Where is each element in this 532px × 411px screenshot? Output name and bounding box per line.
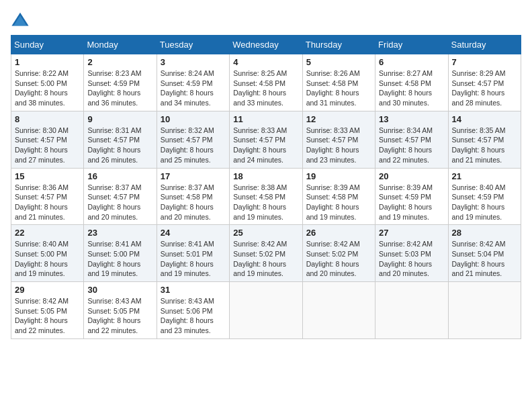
calendar-cell: [375, 282, 448, 339]
day-number: 29: [15, 285, 80, 295]
day-number: 30: [87, 285, 152, 295]
calendar-header-row: SundayMondayTuesdayWednesdayThursdayFrid…: [11, 36, 521, 54]
day-number: 25: [233, 228, 298, 238]
calendar-cell: 26Sunrise: 8:42 AMSunset: 5:02 PMDayligh…: [302, 225, 375, 282]
day-number: 1: [15, 57, 80, 67]
calendar-cell: 30Sunrise: 8:43 AMSunset: 5:05 PMDayligh…: [84, 282, 157, 339]
day-info: Sunrise: 8:43 AMSunset: 5:06 PMDaylight:…: [161, 296, 226, 336]
day-info: Sunrise: 8:31 AMSunset: 4:57 PMDaylight:…: [87, 126, 152, 165]
day-info: Sunrise: 8:41 AMSunset: 5:00 PMDaylight:…: [87, 239, 152, 279]
day-info: Sunrise: 8:27 AMSunset: 4:58 PMDaylight:…: [379, 68, 444, 108]
day-info: Sunrise: 8:40 AMSunset: 5:00 PMDaylight:…: [15, 239, 80, 279]
day-number: 11: [233, 114, 298, 124]
calendar-cell: [230, 282, 302, 339]
day-info: Sunrise: 8:38 AMSunset: 4:58 PMDaylight:…: [233, 183, 298, 222]
calendar-row: 1Sunrise: 8:22 AMSunset: 5:00 PMDaylight…: [11, 54, 521, 111]
day-number: 9: [87, 114, 152, 124]
weekday-header: Saturday: [448, 36, 521, 54]
logo: [11, 11, 32, 30]
day-info: Sunrise: 8:43 AMSunset: 5:05 PMDaylight:…: [87, 296, 152, 336]
day-info: Sunrise: 8:42 AMSunset: 5:05 PMDaylight:…: [15, 296, 80, 336]
day-number: 27: [379, 228, 444, 238]
day-number: 15: [15, 171, 80, 181]
day-number: 14: [452, 114, 517, 124]
calendar-cell: 11Sunrise: 8:33 AMSunset: 4:57 PMDayligh…: [230, 111, 302, 168]
calendar-cell: 3Sunrise: 8:24 AMSunset: 4:59 PMDaylight…: [157, 54, 229, 111]
day-number: 21: [452, 171, 517, 181]
calendar-cell: 14Sunrise: 8:35 AMSunset: 4:57 PMDayligh…: [448, 111, 521, 168]
page-header: [11, 11, 521, 30]
day-number: 10: [161, 114, 226, 124]
day-number: 28: [452, 228, 517, 238]
day-number: 12: [306, 114, 371, 124]
day-info: Sunrise: 8:39 AMSunset: 4:59 PMDaylight:…: [379, 183, 444, 222]
day-number: 24: [161, 228, 226, 238]
calendar-cell: 19Sunrise: 8:39 AMSunset: 4:58 PMDayligh…: [302, 168, 375, 225]
calendar-cell: 29Sunrise: 8:42 AMSunset: 5:05 PMDayligh…: [11, 282, 84, 339]
day-info: Sunrise: 8:25 AMSunset: 4:58 PMDaylight:…: [233, 68, 298, 108]
calendar-cell: 31Sunrise: 8:43 AMSunset: 5:06 PMDayligh…: [157, 282, 229, 339]
weekday-header: Monday: [84, 36, 157, 54]
day-number: 2: [87, 57, 152, 67]
calendar-cell: 22Sunrise: 8:40 AMSunset: 5:00 PMDayligh…: [11, 225, 84, 282]
day-info: Sunrise: 8:30 AMSunset: 4:57 PMDaylight:…: [15, 126, 80, 165]
day-info: Sunrise: 8:39 AMSunset: 4:58 PMDaylight:…: [306, 183, 371, 222]
calendar-cell: 5Sunrise: 8:26 AMSunset: 4:58 PMDaylight…: [302, 54, 375, 111]
day-number: 20: [379, 171, 444, 181]
calendar-cell: 8Sunrise: 8:30 AMSunset: 4:57 PMDaylight…: [11, 111, 84, 168]
calendar-cell: 27Sunrise: 8:42 AMSunset: 5:03 PMDayligh…: [375, 225, 448, 282]
logo-icon: [11, 11, 30, 30]
day-info: Sunrise: 8:42 AMSunset: 5:04 PMDaylight:…: [452, 239, 517, 279]
day-number: 16: [87, 171, 152, 181]
day-number: 6: [379, 57, 444, 67]
day-info: Sunrise: 8:33 AMSunset: 4:57 PMDaylight:…: [233, 126, 298, 165]
day-info: Sunrise: 8:41 AMSunset: 5:01 PMDaylight:…: [161, 239, 226, 279]
day-info: Sunrise: 8:42 AMSunset: 5:03 PMDaylight:…: [379, 239, 444, 279]
weekday-header: Friday: [375, 36, 448, 54]
calendar-cell: 25Sunrise: 8:42 AMSunset: 5:02 PMDayligh…: [230, 225, 302, 282]
calendar-row: 8Sunrise: 8:30 AMSunset: 4:57 PMDaylight…: [11, 111, 521, 168]
calendar-row: 15Sunrise: 8:36 AMSunset: 4:57 PMDayligh…: [11, 168, 521, 225]
day-info: Sunrise: 8:23 AMSunset: 4:59 PMDaylight:…: [87, 68, 152, 108]
day-info: Sunrise: 8:37 AMSunset: 4:58 PMDaylight:…: [161, 183, 226, 222]
day-info: Sunrise: 8:33 AMSunset: 4:57 PMDaylight:…: [306, 126, 371, 165]
calendar-cell: 2Sunrise: 8:23 AMSunset: 4:59 PMDaylight…: [84, 54, 157, 111]
day-number: 4: [233, 57, 298, 67]
calendar-cell: 13Sunrise: 8:34 AMSunset: 4:57 PMDayligh…: [375, 111, 448, 168]
calendar-cell: [448, 282, 521, 339]
day-info: Sunrise: 8:36 AMSunset: 4:57 PMDaylight:…: [15, 183, 80, 222]
calendar-cell: 6Sunrise: 8:27 AMSunset: 4:58 PMDaylight…: [375, 54, 448, 111]
calendar-cell: 23Sunrise: 8:41 AMSunset: 5:00 PMDayligh…: [84, 225, 157, 282]
calendar-cell: 10Sunrise: 8:32 AMSunset: 4:57 PMDayligh…: [157, 111, 229, 168]
calendar-row: 22Sunrise: 8:40 AMSunset: 5:00 PMDayligh…: [11, 225, 521, 282]
calendar-cell: 16Sunrise: 8:37 AMSunset: 4:57 PMDayligh…: [84, 168, 157, 225]
calendar-cell: [302, 282, 375, 339]
day-info: Sunrise: 8:24 AMSunset: 4:59 PMDaylight:…: [161, 68, 226, 108]
day-info: Sunrise: 8:35 AMSunset: 4:57 PMDaylight:…: [452, 126, 517, 165]
day-info: Sunrise: 8:22 AMSunset: 5:00 PMDaylight:…: [15, 68, 80, 108]
day-info: Sunrise: 8:26 AMSunset: 4:58 PMDaylight:…: [306, 68, 371, 108]
day-number: 22: [15, 228, 80, 238]
day-info: Sunrise: 8:37 AMSunset: 4:57 PMDaylight:…: [87, 183, 152, 222]
day-number: 17: [161, 171, 226, 181]
calendar-cell: 4Sunrise: 8:25 AMSunset: 4:58 PMDaylight…: [230, 54, 302, 111]
calendar-row: 29Sunrise: 8:42 AMSunset: 5:05 PMDayligh…: [11, 282, 521, 339]
day-number: 8: [15, 114, 80, 124]
weekday-header: Thursday: [302, 36, 375, 54]
day-number: 26: [306, 228, 371, 238]
day-number: 13: [379, 114, 444, 124]
calendar-cell: 20Sunrise: 8:39 AMSunset: 4:59 PMDayligh…: [375, 168, 448, 225]
day-number: 7: [452, 57, 517, 67]
day-info: Sunrise: 8:42 AMSunset: 5:02 PMDaylight:…: [233, 239, 298, 279]
calendar-cell: 1Sunrise: 8:22 AMSunset: 5:00 PMDaylight…: [11, 54, 84, 111]
weekday-header: Wednesday: [230, 36, 302, 54]
day-info: Sunrise: 8:40 AMSunset: 4:59 PMDaylight:…: [452, 183, 517, 222]
weekday-header: Tuesday: [157, 36, 229, 54]
calendar-cell: 21Sunrise: 8:40 AMSunset: 4:59 PMDayligh…: [448, 168, 521, 225]
day-number: 31: [161, 285, 226, 295]
calendar-cell: 15Sunrise: 8:36 AMSunset: 4:57 PMDayligh…: [11, 168, 84, 225]
day-info: Sunrise: 8:42 AMSunset: 5:02 PMDaylight:…: [306, 239, 371, 279]
calendar-cell: 18Sunrise: 8:38 AMSunset: 4:58 PMDayligh…: [230, 168, 302, 225]
day-number: 19: [306, 171, 371, 181]
day-number: 23: [87, 228, 152, 238]
